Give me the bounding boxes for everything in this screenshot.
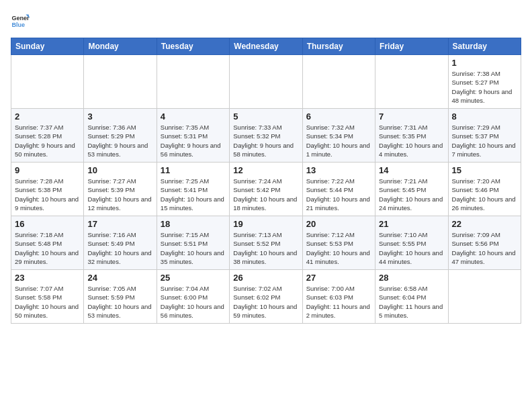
day-info: Sunrise: 7:32 AM Sunset: 5:34 PM Dayligh… [306,123,371,158]
day-info: Sunrise: 7:35 AM Sunset: 5:31 PM Dayligh… [161,123,226,158]
calendar-body: 1Sunrise: 7:38 AM Sunset: 5:27 PM Daylig… [11,55,521,324]
day-number: 9 [15,165,80,175]
day-number: 17 [87,219,152,229]
day-number: 15 [452,165,517,175]
week-row-2: 2Sunrise: 7:37 AM Sunset: 5:28 PM Daylig… [11,109,521,163]
day-info: Sunrise: 7:12 AM Sunset: 5:53 PM Dayligh… [306,230,371,266]
day-cell: 25Sunrise: 7:04 AM Sunset: 6:00 PM Dayli… [157,270,229,324]
day-info: Sunrise: 7:29 AM Sunset: 5:37 PM Dayligh… [452,123,517,158]
day-cell: 12Sunrise: 7:24 AM Sunset: 5:42 PM Dayli… [230,163,302,216]
day-number: 21 [379,219,444,229]
day-cell: 28Sunrise: 6:58 AM Sunset: 6:04 PM Dayli… [375,270,448,324]
day-number: 23 [15,273,80,283]
weekday-header-row: SundayMondayTuesdayWednesdayThursdayFrid… [11,38,521,55]
day-number: 14 [379,165,444,175]
logo: General Blue [11,11,32,30]
day-info: Sunrise: 7:02 AM Sunset: 6:02 PM Dayligh… [233,284,298,320]
day-cell [302,55,375,109]
day-info: Sunrise: 6:58 AM Sunset: 6:04 PM Dayligh… [379,284,444,320]
day-cell: 4Sunrise: 7:35 AM Sunset: 5:31 PM Daylig… [157,109,229,163]
day-info: Sunrise: 7:37 AM Sunset: 5:28 PM Dayligh… [15,123,80,158]
svg-text:General: General [11,15,30,21]
day-cell: 16Sunrise: 7:18 AM Sunset: 5:48 PM Dayli… [11,216,84,270]
logo-icon: General Blue [11,11,30,30]
day-cell: 20Sunrise: 7:12 AM Sunset: 5:53 PM Dayli… [302,216,375,270]
day-cell: 10Sunrise: 7:27 AM Sunset: 5:39 PM Dayli… [84,163,157,216]
day-number: 11 [161,165,226,175]
weekday-saturday: Saturday [448,38,521,55]
day-cell: 5Sunrise: 7:33 AM Sunset: 5:32 PM Daylig… [230,109,302,163]
day-info: Sunrise: 7:22 AM Sunset: 5:44 PM Dayligh… [306,177,371,212]
day-info: Sunrise: 7:21 AM Sunset: 5:45 PM Dayligh… [379,177,444,212]
day-cell [448,270,521,324]
day-number: 18 [161,219,226,229]
day-cell: 6Sunrise: 7:32 AM Sunset: 5:34 PM Daylig… [302,109,375,163]
day-cell: 19Sunrise: 7:13 AM Sunset: 5:52 PM Dayli… [230,216,302,270]
day-cell: 9Sunrise: 7:28 AM Sunset: 5:38 PM Daylig… [11,163,84,216]
day-cell: 11Sunrise: 7:25 AM Sunset: 5:41 PM Dayli… [157,163,229,216]
day-info: Sunrise: 7:00 AM Sunset: 6:03 PM Dayligh… [306,284,371,320]
day-info: Sunrise: 7:28 AM Sunset: 5:38 PM Dayligh… [15,177,80,212]
day-cell: 7Sunrise: 7:31 AM Sunset: 5:35 PM Daylig… [375,109,448,163]
day-info: Sunrise: 7:25 AM Sunset: 5:41 PM Dayligh… [161,177,226,212]
weekday-monday: Monday [84,38,157,55]
day-cell [375,55,448,109]
day-number: 3 [87,111,152,122]
day-cell [84,55,157,109]
day-info: Sunrise: 7:18 AM Sunset: 5:48 PM Dayligh… [15,230,80,266]
calendar-table: SundayMondayTuesdayWednesdayThursdayFrid… [11,38,521,324]
day-number: 20 [306,219,371,229]
day-number: 5 [233,111,298,122]
day-info: Sunrise: 7:07 AM Sunset: 5:58 PM Dayligh… [15,284,80,320]
day-number: 10 [87,165,152,175]
week-row-4: 16Sunrise: 7:18 AM Sunset: 5:48 PM Dayli… [11,216,521,270]
day-cell: 18Sunrise: 7:15 AM Sunset: 5:51 PM Dayli… [157,216,229,270]
day-info: Sunrise: 7:31 AM Sunset: 5:35 PM Dayligh… [379,123,444,158]
day-number: 6 [306,111,371,122]
day-number: 4 [161,111,226,122]
day-cell [11,55,84,109]
day-number: 28 [379,273,444,283]
day-number: 22 [452,219,517,229]
weekday-tuesday: Tuesday [157,38,229,55]
day-info: Sunrise: 7:05 AM Sunset: 5:59 PM Dayligh… [87,284,152,320]
day-cell [157,55,229,109]
page-header: General Blue [11,11,521,30]
day-info: Sunrise: 7:09 AM Sunset: 5:56 PM Dayligh… [452,230,517,266]
day-number: 13 [306,165,371,175]
day-cell: 14Sunrise: 7:21 AM Sunset: 5:45 PM Dayli… [375,163,448,216]
day-cell: 2Sunrise: 7:37 AM Sunset: 5:28 PM Daylig… [11,109,84,163]
day-cell: 15Sunrise: 7:20 AM Sunset: 5:46 PM Dayli… [448,163,521,216]
day-info: Sunrise: 7:10 AM Sunset: 5:55 PM Dayligh… [379,230,444,266]
svg-text:Blue: Blue [11,21,25,28]
day-number: 26 [233,273,298,283]
day-cell: 17Sunrise: 7:16 AM Sunset: 5:49 PM Dayli… [84,216,157,270]
day-number: 12 [233,165,298,175]
day-info: Sunrise: 7:20 AM Sunset: 5:46 PM Dayligh… [452,177,517,212]
day-number: 8 [452,111,517,122]
day-cell: 26Sunrise: 7:02 AM Sunset: 6:02 PM Dayli… [230,270,302,324]
day-cell: 24Sunrise: 7:05 AM Sunset: 5:59 PM Dayli… [84,270,157,324]
day-cell: 3Sunrise: 7:36 AM Sunset: 5:29 PM Daylig… [84,109,157,163]
day-number: 25 [161,273,226,283]
week-row-5: 23Sunrise: 7:07 AM Sunset: 5:58 PM Dayli… [11,270,521,324]
day-number: 16 [15,219,80,229]
week-row-1: 1Sunrise: 7:38 AM Sunset: 5:27 PM Daylig… [11,55,521,109]
day-cell: 13Sunrise: 7:22 AM Sunset: 5:44 PM Dayli… [302,163,375,216]
weekday-wednesday: Wednesday [230,38,302,55]
day-number: 2 [15,111,80,122]
day-number: 7 [379,111,444,122]
day-info: Sunrise: 7:04 AM Sunset: 6:00 PM Dayligh… [161,284,226,320]
day-info: Sunrise: 7:13 AM Sunset: 5:52 PM Dayligh… [233,230,298,266]
week-row-3: 9Sunrise: 7:28 AM Sunset: 5:38 PM Daylig… [11,163,521,216]
day-cell: 23Sunrise: 7:07 AM Sunset: 5:58 PM Dayli… [11,270,84,324]
weekday-thursday: Thursday [302,38,375,55]
day-info: Sunrise: 7:33 AM Sunset: 5:32 PM Dayligh… [233,123,298,158]
day-number: 1 [452,58,517,68]
day-number: 24 [87,273,152,283]
day-cell: 21Sunrise: 7:10 AM Sunset: 5:55 PM Dayli… [375,216,448,270]
day-number: 27 [306,273,371,283]
day-cell: 1Sunrise: 7:38 AM Sunset: 5:27 PM Daylig… [448,55,521,109]
day-info: Sunrise: 7:16 AM Sunset: 5:49 PM Dayligh… [87,230,152,266]
day-info: Sunrise: 7:24 AM Sunset: 5:42 PM Dayligh… [233,177,298,212]
